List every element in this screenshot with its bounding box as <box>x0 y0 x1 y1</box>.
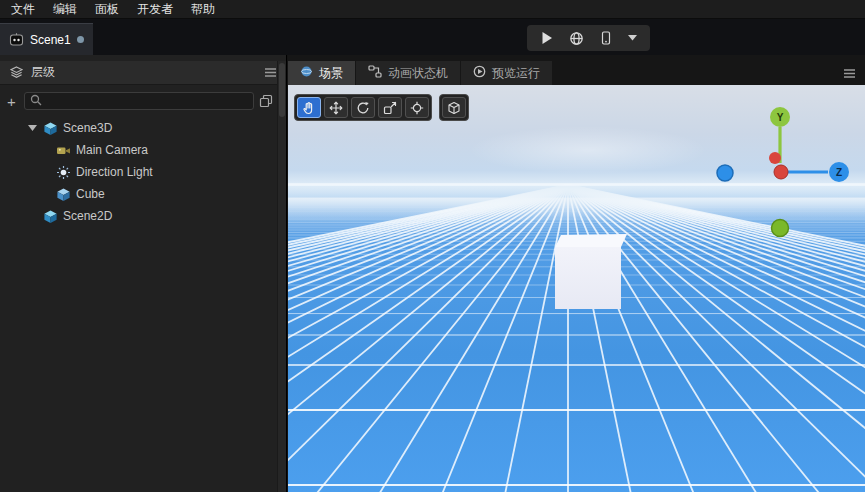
tree-row-main-camera[interactable]: Main Camera <box>0 139 277 161</box>
scene-tab-icon <box>300 65 313 81</box>
project-icon <box>9 32 24 47</box>
rect-gizmo-tool-button[interactable] <box>405 97 429 118</box>
file-tab-strip: Scene1 <box>0 19 865 55</box>
unsaved-indicator <box>77 36 84 43</box>
scene-panel-tabs: 场景 动画状态机 预览运行 <box>288 61 865 85</box>
tree-row-cube[interactable]: Cube <box>0 183 277 205</box>
menu-edit[interactable]: 编辑 <box>44 0 86 19</box>
gizmo-center-ball <box>774 165 788 179</box>
transform-tools-group <box>294 94 432 121</box>
run-options-dropdown[interactable] <box>628 35 637 41</box>
tree-label: Scene3D <box>63 121 112 135</box>
scene2d-cube-icon <box>43 209 58 224</box>
menu-panel[interactable]: 面板 <box>86 0 128 19</box>
gizmo-y-label: Y <box>777 112 784 123</box>
hierarchy-tree: Scene3D Main Camera Direction Light <box>0 117 277 492</box>
light-icon <box>56 165 71 180</box>
hierarchy-search-row: + <box>0 88 277 114</box>
menu-file[interactable]: 文件 <box>2 0 44 19</box>
scene-file-tab[interactable]: Scene1 <box>0 23 93 55</box>
play-button[interactable] <box>540 31 554 45</box>
scene-panel: 场景 动画状态机 预览运行 <box>288 55 865 492</box>
tab-label: 场景 <box>319 65 343 82</box>
gizmo-z-label: Z <box>836 167 842 178</box>
search-box <box>24 92 254 110</box>
gizmo-neg-y-ball <box>772 220 789 237</box>
menu-help[interactable]: 帮助 <box>182 0 224 19</box>
tab-scene[interactable]: 场景 <box>288 61 355 85</box>
tab-animation-state-machine[interactable]: 动画状态机 <box>356 61 460 85</box>
scene-panel-menu-button[interactable] <box>834 61 865 85</box>
hierarchy-panel: 层级 + <box>0 55 287 492</box>
cube-object[interactable] <box>554 233 630 311</box>
menu-developer[interactable]: 开发者 <box>128 0 182 19</box>
viewport-toolbar <box>294 94 469 121</box>
tab-label: 动画状态机 <box>388 65 448 82</box>
tree-row-scene2d[interactable]: Scene2D <box>0 205 277 227</box>
preview-run-icon <box>473 65 486 81</box>
scene3d-cube-icon <box>43 121 58 136</box>
hierarchy-title: 层级 <box>31 64 55 81</box>
hand-tool-button[interactable] <box>297 97 321 118</box>
tree-label: Cube <box>76 187 105 201</box>
hierarchy-header: 层级 <box>0 61 286 85</box>
hierarchy-menu-button[interactable] <box>264 67 277 78</box>
hierarchy-scrollbar[interactable] <box>277 61 286 492</box>
menu-bar: 文件 编辑 面板 开发者 帮助 <box>0 0 865 19</box>
state-machine-icon <box>368 65 382 81</box>
expand-arrow-icon[interactable] <box>26 125 38 131</box>
run-toolbar <box>527 25 650 51</box>
editor-window: 文件 编辑 面板 开发者 帮助 Scene1 <box>0 0 865 492</box>
scene-tab-label: Scene1 <box>30 33 71 47</box>
gizmo-x-ball <box>769 152 781 164</box>
camera-icon <box>56 143 71 158</box>
device-button[interactable] <box>599 31 613 45</box>
camera-tools-group <box>439 94 469 121</box>
scene-viewport[interactable]: Y Z <box>288 85 865 492</box>
tree-row-direction-light[interactable]: Direction Light <box>0 161 277 183</box>
tree-label: Direction Light <box>76 165 153 179</box>
tab-label: 预览运行 <box>492 65 540 82</box>
rotate-tool-button[interactable] <box>351 97 375 118</box>
tree-label: Scene2D <box>63 209 112 223</box>
scale-tool-button[interactable] <box>378 97 402 118</box>
tree-row-scene3d[interactable]: Scene3D <box>0 117 277 139</box>
search-input[interactable] <box>47 95 248 107</box>
add-node-button[interactable]: + <box>4 94 19 109</box>
search-icon <box>30 94 42 109</box>
camera-projection-button[interactable] <box>442 97 466 118</box>
layers-icon <box>9 65 24 80</box>
move-tool-button[interactable] <box>324 97 348 118</box>
tab-preview-run[interactable]: 预览运行 <box>461 61 552 85</box>
tree-label: Main Camera <box>76 143 148 157</box>
gizmo-neg-z-ball <box>717 165 733 181</box>
build-web-button[interactable] <box>569 31 584 46</box>
orientation-gizmo[interactable]: Y Z <box>715 106 855 241</box>
cube-icon <box>56 187 71 202</box>
collapse-all-button[interactable] <box>259 94 273 108</box>
